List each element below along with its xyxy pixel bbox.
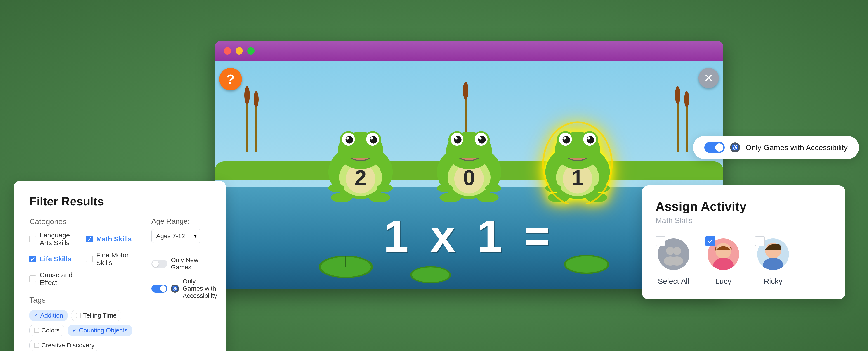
category-life-checkbox[interactable]: ✓ bbox=[29, 256, 36, 262]
lily-pad-1 bbox=[316, 253, 375, 281]
accessibility-icon-small: ♿ bbox=[171, 285, 179, 293]
svg-point-38 bbox=[455, 137, 458, 139]
svg-point-39 bbox=[479, 137, 482, 139]
ricky-label: Ricky bbox=[764, 277, 782, 286]
category-fine-motor[interactable]: Fine Motor Skills bbox=[86, 251, 133, 267]
assign-panel: Assign Activity Math Skills Select All bbox=[642, 185, 845, 299]
category-math-checkbox[interactable]: ✓ bbox=[86, 236, 93, 242]
svg-point-55 bbox=[587, 136, 594, 143]
new-games-toggle-row: Only New Games bbox=[151, 257, 210, 271]
traffic-light-green[interactable] bbox=[247, 47, 254, 55]
categories-grid: Language Arts Skills ✓ Math Skills ✓ Lif… bbox=[29, 231, 133, 287]
students-grid: Select All bbox=[655, 236, 832, 286]
equation-text: 1 x 1 = bbox=[383, 211, 555, 261]
svg-point-20 bbox=[370, 136, 377, 143]
frog-1: 2 bbox=[320, 118, 401, 204]
question-button[interactable]: ? bbox=[219, 68, 242, 90]
filter-right: Age Range: Ages 7-12 Ages 3-5 Ages 5-7 A… bbox=[151, 217, 210, 351]
lily-pad-2 bbox=[408, 265, 453, 285]
accessibility-main-label: Only Games with Accessibility bbox=[745, 143, 848, 152]
category-language-arts[interactable]: Language Arts Skills bbox=[29, 231, 77, 247]
accessibility-main-toggle[interactable] bbox=[704, 142, 725, 153]
tag-creative-discovery[interactable]: Creative Discovery bbox=[29, 340, 99, 351]
tag-counting-objects[interactable]: ✓ Counting Objects bbox=[68, 325, 132, 336]
category-cause-effect[interactable]: Cause and Effect bbox=[29, 271, 77, 287]
svg-point-24 bbox=[377, 184, 393, 192]
svg-point-40 bbox=[437, 184, 453, 192]
svg-point-60 bbox=[548, 193, 569, 202]
svg-point-54 bbox=[563, 136, 570, 143]
svg-point-23 bbox=[329, 184, 344, 192]
category-math-skills[interactable]: ✓ Math Skills bbox=[86, 231, 133, 247]
age-range-select[interactable]: Ages 7-12 Ages 3-5 Ages 5-7 Ages 12+ bbox=[151, 229, 201, 243]
assign-panel-subtitle: Math Skills bbox=[655, 216, 832, 225]
student-lucy[interactable]: Lucy bbox=[705, 236, 741, 286]
frog-3-svg: 1 bbox=[537, 118, 618, 204]
lucy-checkbox[interactable] bbox=[705, 236, 715, 246]
new-games-toggle[interactable] bbox=[151, 260, 167, 268]
assign-panel-title: Assign Activity bbox=[655, 199, 832, 214]
svg-point-7 bbox=[684, 91, 689, 108]
svg-point-73 bbox=[671, 257, 683, 265]
cattail-left bbox=[240, 84, 268, 161]
filter-panel: Filter Results Categories Language Arts … bbox=[13, 181, 226, 351]
svg-point-1 bbox=[244, 86, 250, 104]
student-select-all[interactable]: Select All bbox=[655, 236, 692, 286]
lucy-label: Lucy bbox=[715, 277, 732, 286]
accessibility-games-toggle[interactable] bbox=[151, 285, 167, 293]
category-fine-motor-checkbox[interactable] bbox=[86, 256, 93, 262]
tags-container: ✓ Addition Telling Time Colors ✓ Countin… bbox=[29, 310, 133, 351]
student-ricky[interactable]: Ricky bbox=[755, 236, 791, 286]
svg-point-77 bbox=[763, 258, 783, 270]
lily-pad-3 bbox=[562, 253, 612, 276]
svg-point-25 bbox=[331, 193, 352, 202]
svg-point-74 bbox=[715, 243, 731, 259]
ricky-checkbox[interactable] bbox=[755, 236, 765, 246]
tag-telling-time[interactable]: Telling Time bbox=[71, 310, 121, 321]
svg-point-9 bbox=[463, 82, 468, 100]
svg-point-5 bbox=[675, 86, 680, 104]
frog-2: 0 bbox=[428, 118, 510, 204]
traffic-light-yellow[interactable] bbox=[236, 47, 243, 55]
svg-point-41 bbox=[485, 184, 501, 192]
filter-panel-title: Filter Results bbox=[29, 195, 210, 208]
close-button[interactable]: ✕ bbox=[699, 68, 719, 88]
category-cause-effect-checkbox[interactable] bbox=[29, 275, 36, 282]
accessibility-panel: ♿ Only Games with Accessibility bbox=[693, 136, 859, 159]
svg-point-21 bbox=[346, 137, 349, 139]
svg-point-43 bbox=[477, 193, 499, 202]
frog-2-svg: 0 bbox=[428, 118, 510, 204]
select-all-checkbox[interactable] bbox=[655, 236, 665, 246]
accessibility-toggle-row: ♿ Only Games with Accessibility bbox=[151, 278, 210, 299]
svg-point-69 bbox=[566, 256, 608, 272]
browser-titlebar bbox=[215, 41, 723, 61]
svg-point-37 bbox=[478, 136, 486, 143]
math-equation: 1 x 1 = bbox=[383, 210, 555, 262]
traffic-light-red[interactable] bbox=[224, 47, 231, 55]
tag-addition[interactable]: ✓ Addition bbox=[29, 310, 68, 321]
svg-point-36 bbox=[454, 136, 462, 143]
svg-point-57 bbox=[587, 137, 590, 139]
svg-point-19 bbox=[346, 136, 353, 143]
svg-point-56 bbox=[563, 137, 566, 139]
lucy-checkbox-area bbox=[705, 236, 741, 272]
svg-point-67 bbox=[412, 267, 449, 282]
category-language-arts-checkbox[interactable] bbox=[29, 236, 36, 242]
svg-point-71 bbox=[673, 247, 681, 255]
age-range-label: Age Range: bbox=[151, 217, 210, 226]
svg-point-75 bbox=[713, 258, 734, 270]
categories-label: Categories bbox=[29, 217, 133, 226]
svg-point-26 bbox=[369, 193, 390, 202]
svg-point-22 bbox=[370, 137, 373, 139]
accessibility-main-icon: ♿ bbox=[730, 143, 740, 152]
select-all-checkbox-area bbox=[655, 236, 692, 272]
ricky-checkbox-area bbox=[755, 236, 791, 272]
select-all-label: Select All bbox=[658, 277, 689, 286]
tag-colors[interactable]: Colors bbox=[29, 325, 64, 336]
svg-point-3 bbox=[254, 91, 258, 108]
frog-1-svg: 2 bbox=[320, 118, 401, 204]
category-life-skills[interactable]: ✓ Life Skills bbox=[29, 251, 77, 267]
frogs-container: 2 bbox=[320, 118, 618, 204]
frog-3: 1 bbox=[537, 118, 618, 204]
svg-point-61 bbox=[586, 193, 607, 202]
